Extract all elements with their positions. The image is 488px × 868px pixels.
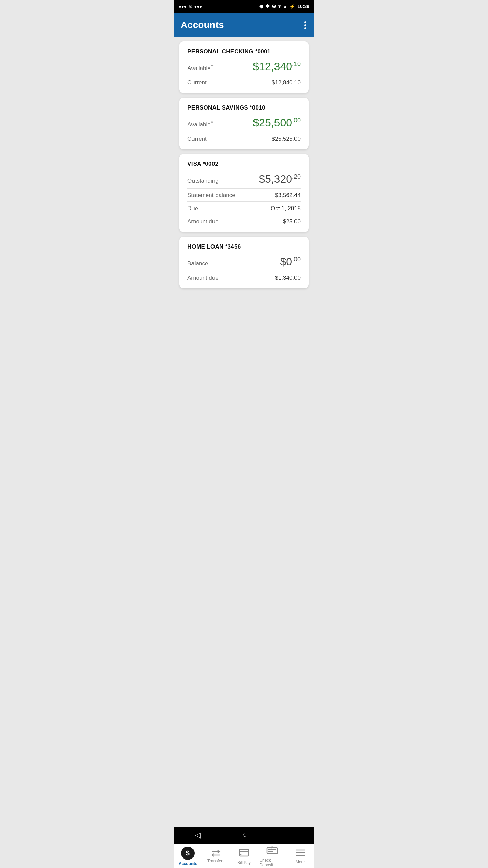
transfers-icon xyxy=(211,850,221,857)
account-card-personal-savings[interactable]: PERSONAL SAVINGS *0010 Available** $25,5… xyxy=(179,98,309,149)
visa-statement-row: Statement balance $3,562.44 xyxy=(187,192,301,202)
nav-label-billpay: Bill Pay xyxy=(237,860,251,865)
account-title-checking: PERSONAL CHECKING *0001 xyxy=(187,48,301,55)
bottom-navigation: $ Accounts Transfers Bill Pay xyxy=(174,844,314,868)
status-right: ⊕ ✱ ⊖ ▾ ▲ ⚡ 10:39 xyxy=(259,3,309,10)
account-title-savings: PERSONAL SAVINGS *0010 xyxy=(187,104,301,111)
visa-outstanding-label: Outstanding xyxy=(187,178,219,184)
billpay-icon xyxy=(239,848,249,859)
nav-label-check-deposit: Check Deposit xyxy=(259,858,285,867)
nav-item-accounts[interactable]: $ Accounts xyxy=(174,844,202,868)
nav-label-more: More xyxy=(296,860,305,864)
signal-carrier2: ●●● xyxy=(194,4,202,9)
checking-current-row: Current $12,840.10 xyxy=(187,79,301,86)
visa-due-label: Due xyxy=(187,205,198,212)
visa-outstanding-row: Outstanding $5,320.20 xyxy=(187,173,301,189)
visa-amount-due-row: Amount due $25.00 xyxy=(187,218,301,225)
system-navigation-bar: ◁ ○ □ xyxy=(174,827,314,844)
nav-item-billpay[interactable]: Bill Pay xyxy=(230,844,258,868)
accounts-list: PERSONAL CHECKING *0001 Available** $12,… xyxy=(174,37,314,846)
recents-button[interactable]: □ xyxy=(289,831,293,840)
bluetooth-icon: ✱ xyxy=(265,3,270,9)
checking-available-label: Available** xyxy=(187,64,214,72)
visa-statement-value: $3,562.44 xyxy=(275,192,301,199)
homeloan-amount-due-value: $1,340.00 xyxy=(275,275,301,281)
status-bar: ●●● ◉ ●●● ⊕ ✱ ⊖ ▾ ▲ ⚡ 10:39 xyxy=(174,0,314,13)
wifi-icon: ▾ xyxy=(278,4,281,9)
carrier-icon: ◉ xyxy=(189,4,192,9)
savings-available-row: Available** $25,500.00 xyxy=(187,117,301,132)
signal-carrier1: ●●● xyxy=(179,4,187,9)
dot1 xyxy=(304,21,306,23)
home-button[interactable]: ○ xyxy=(242,831,247,840)
homeloan-balance-value: $0.00 xyxy=(280,256,301,268)
nav-item-more[interactable]: More xyxy=(286,844,314,868)
visa-statement-label: Statement balance xyxy=(187,192,236,199)
dot3 xyxy=(304,27,306,29)
visa-amount-due-label: Amount due xyxy=(187,218,219,225)
savings-available-value: $25,500.00 xyxy=(253,117,301,129)
app-header: Accounts xyxy=(174,13,314,37)
homeloan-balance-row: Balance $0.00 xyxy=(187,256,301,271)
time-display: 10:39 xyxy=(297,4,309,9)
account-title-home-loan: HOME LOAN *3456 xyxy=(187,243,301,250)
account-card-personal-checking[interactable]: PERSONAL CHECKING *0001 Available** $12,… xyxy=(179,41,309,93)
homeloan-balance-label: Balance xyxy=(187,260,208,267)
visa-outstanding-value: $5,320.20 xyxy=(259,173,301,185)
checking-available-value: $12,340.10 xyxy=(253,60,301,73)
savings-current-label: Current xyxy=(187,136,207,142)
savings-available-label: Available** xyxy=(187,121,214,128)
dot2 xyxy=(304,24,306,26)
page-title: Accounts xyxy=(181,20,224,31)
circled-plus-icon: ⊕ xyxy=(259,3,263,10)
homeloan-amount-due-row: Amount due $1,340.00 xyxy=(187,275,301,281)
minus-circle-icon: ⊖ xyxy=(272,3,276,9)
back-button[interactable]: ◁ xyxy=(195,831,201,840)
nav-item-check-deposit[interactable]: Check Deposit xyxy=(258,844,286,868)
savings-current-value: $25,525.00 xyxy=(272,136,301,142)
battery-icon: ⚡ xyxy=(289,4,295,9)
visa-amount-due-value: $25.00 xyxy=(283,218,301,225)
nav-item-transfers[interactable]: Transfers xyxy=(202,844,230,868)
checking-available-row: Available** $12,340.10 xyxy=(187,60,301,76)
account-title-visa: VISA *0002 xyxy=(187,161,301,167)
svg-rect-0 xyxy=(239,849,249,856)
checking-current-value: $12,840.10 xyxy=(272,79,301,86)
visa-due-value: Oct 1, 2018 xyxy=(271,205,301,212)
checking-current-label: Current xyxy=(187,79,207,86)
check-deposit-icon xyxy=(266,846,278,856)
account-card-home-loan[interactable]: HOME LOAN *3456 Balance $0.00 Amount due… xyxy=(179,237,309,288)
status-left: ●●● ◉ ●●● xyxy=(179,4,202,9)
homeloan-amount-due-label: Amount due xyxy=(187,275,219,281)
nav-label-accounts: Accounts xyxy=(179,861,197,866)
signal-bars-icon: ▲ xyxy=(283,4,287,9)
savings-current-row: Current $25,525.00 xyxy=(187,136,301,142)
nav-label-transfers: Transfers xyxy=(207,859,224,863)
account-card-visa[interactable]: VISA *0002 Outstanding $5,320.20 Stateme… xyxy=(179,154,309,232)
more-icon xyxy=(295,849,306,858)
accounts-icon: $ xyxy=(181,847,195,860)
visa-due-row: Due Oct 1, 2018 xyxy=(187,205,301,215)
overflow-menu-button[interactable] xyxy=(303,20,307,31)
